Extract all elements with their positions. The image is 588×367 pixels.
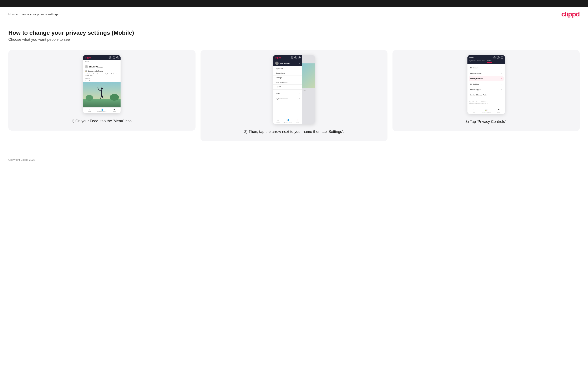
menu-item-logout[interactable]: Logout: [273, 85, 302, 89]
phone1-tab-menu: ☰ Menu: [108, 108, 121, 112]
phone-3-mockup: < Back My Profile: [467, 55, 505, 114]
menu-user-info: Blair McHarg: [275, 62, 290, 65]
settings-tabs: My Profile Connections Settings: [467, 60, 505, 64]
phone2-tab-menu-label: Menu: [296, 121, 299, 123]
phone2-close-icon: ✕: [297, 119, 298, 121]
top-bar: [0, 0, 588, 7]
post-date: Yesterday · Sunningdale: [89, 67, 103, 68]
post-content: Looking to feel like my hands are exitin…: [83, 73, 121, 77]
post-duration-value: 01 hr : 30 min: [83, 80, 121, 82]
steps-row: clippd Feed: [8, 50, 580, 141]
post-author: Blair McHarg: [89, 66, 103, 67]
svg-point-21: [494, 57, 495, 58]
step-2-description: 2) Then, tap the arrow next to your name…: [244, 129, 344, 134]
tab-connections[interactable]: Connections: [477, 60, 485, 63]
svg-line-18: [292, 58, 293, 58]
copyright-text: Copyright Clippd 2022: [8, 158, 35, 161]
settings-item-helpsupport[interactable]: Help & Support ↗: [469, 87, 504, 92]
phone2-nav: clippd: [273, 55, 302, 60]
phone2-menu-items: My Profile Connections Settings Help & S…: [273, 66, 302, 89]
svg-point-17: [291, 57, 292, 58]
post-avatar: [85, 65, 88, 68]
serviceprivacy-external-icon: ↗: [501, 94, 502, 96]
phone2-tab-menu: ✕ Menu: [293, 119, 302, 123]
phone1-tab-home-label: Home: [88, 111, 91, 112]
phone2-tab-performance: 📊 My Performance: [283, 119, 293, 123]
phone1-nav-icons: [109, 56, 119, 59]
svg-point-20: [299, 57, 300, 58]
settings-icon: [116, 56, 119, 59]
version-line-2: GQL Server Version: 2022.7.30-1: [469, 102, 503, 104]
menu-expand-icon: ∧: [299, 62, 300, 64]
menu-item-help[interactable]: Help & Support: [273, 80, 302, 85]
phone2-bottom-bar: ⌂ Home 📊 My Performance ✕ Menu: [273, 118, 302, 124]
settings-item-myaccount[interactable]: My Account ›: [469, 66, 504, 70]
step-1-description: 1) On your Feed, tap the 'Menu' icon.: [71, 118, 133, 124]
step-2-card: clippd: [200, 50, 388, 141]
post-duration-label: Duration: [83, 77, 121, 80]
clippd-logo: clippd: [561, 10, 580, 18]
helpsupport-external-icon: ↗: [501, 89, 502, 90]
tab-myprofile[interactable]: My Profile: [469, 60, 476, 63]
settings-item-privacycontrols[interactable]: Privacy Controls ›: [469, 76, 504, 81]
svg-point-11: [101, 88, 103, 90]
main-content: How to change your privacy settings (Mob…: [0, 21, 588, 154]
dataintegrations-chevron: ›: [502, 72, 502, 74]
tab-settings[interactable]: Settings: [487, 60, 492, 63]
home-section-chevron: ∨: [299, 92, 300, 94]
menu-item-myprofile[interactable]: My Profile: [273, 66, 302, 71]
phone3-tab-home: ⌂ Home: [467, 109, 480, 113]
phone3-settings-icon: [501, 56, 503, 59]
svg-line-22: [495, 58, 495, 58]
phone1-tab-performance: 📊 My Performance: [95, 108, 108, 112]
phone3-chart-icon: 📊: [485, 109, 487, 111]
search-icon: [109, 56, 111, 59]
phone2-tab-home-label: Home: [276, 121, 280, 123]
header: How to change your privacy settings clip…: [0, 7, 588, 21]
settings-item-mygolfbag[interactable]: My Golf Bag ›: [469, 82, 504, 86]
home-icon: ⌂: [89, 108, 90, 111]
phone2-tab-performance-label: My Performance: [283, 121, 292, 123]
lesson-title: Lesson with Fordy: [88, 70, 103, 72]
phone1-tab-performance-label: My Performance: [97, 111, 106, 112]
profile-icon: [113, 56, 115, 59]
phone3-tab-menu-label: Menu: [497, 111, 500, 113]
feed-tab: Feed: [83, 60, 121, 64]
svg-point-24: [502, 57, 502, 58]
feed-post: Blair McHarg Yesterday · Sunningdale 🎓 L…: [83, 64, 121, 82]
back-button[interactable]: < Back: [469, 57, 474, 58]
menu-item-connections[interactable]: Connections: [273, 71, 302, 75]
page-subheading: Choose what you want people to see: [8, 37, 580, 42]
phone1-tab-menu-label: Menu: [113, 111, 116, 112]
svg-text:🎓: 🎓: [85, 70, 87, 72]
phone3-menu-icon: ☰: [498, 109, 500, 111]
settings-item-serviceprivacy[interactable]: Service & Privacy Policy ↗: [469, 92, 504, 97]
phone3-bottom-bar: ⌂ Home 📊 My Performance ☰ Menu: [467, 108, 505, 114]
phone3-tab-menu: ☰ Menu: [493, 109, 505, 113]
step-3-card: < Back My Profile: [392, 50, 580, 131]
svg-point-3: [117, 57, 118, 58]
menu-section-performance[interactable]: My Performance ∨: [273, 96, 302, 101]
menu-user-avatar: [275, 62, 279, 65]
post-author-info: Blair McHarg Yesterday · Sunningdale: [89, 66, 103, 68]
svg-point-23: [498, 57, 499, 58]
phone2-chart-icon: 📊: [286, 119, 289, 121]
page-heading: How to change your privacy settings (Mob…: [8, 30, 580, 36]
menu-icon: ☰: [113, 108, 115, 111]
golf-image: [83, 82, 121, 107]
menu-section-home[interactable]: Home ∨: [273, 91, 302, 96]
post-header: Blair McHarg Yesterday · Sunningdale: [83, 64, 121, 69]
step-1-card: clippd Feed: [8, 50, 196, 131]
privacycontrols-chevron: ›: [502, 78, 502, 80]
menu-item-settings[interactable]: Settings: [273, 75, 302, 80]
phone2-menu-panel: clippd: [273, 55, 302, 124]
performance-section-chevron: ∨: [299, 98, 300, 100]
phone2-home-icon: ⌂: [277, 119, 279, 121]
phone2-profile-icon: [294, 56, 297, 59]
phone2-ghost-overlay: APP: [302, 55, 315, 124]
footer: Copyright Clippd 2022: [0, 154, 588, 168]
settings-item-dataintegrations[interactable]: Data Integrations ›: [469, 71, 504, 76]
svg-line-1: [110, 58, 111, 58]
phone2-search-icon: [291, 56, 293, 59]
myaccount-chevron: ›: [502, 67, 502, 69]
